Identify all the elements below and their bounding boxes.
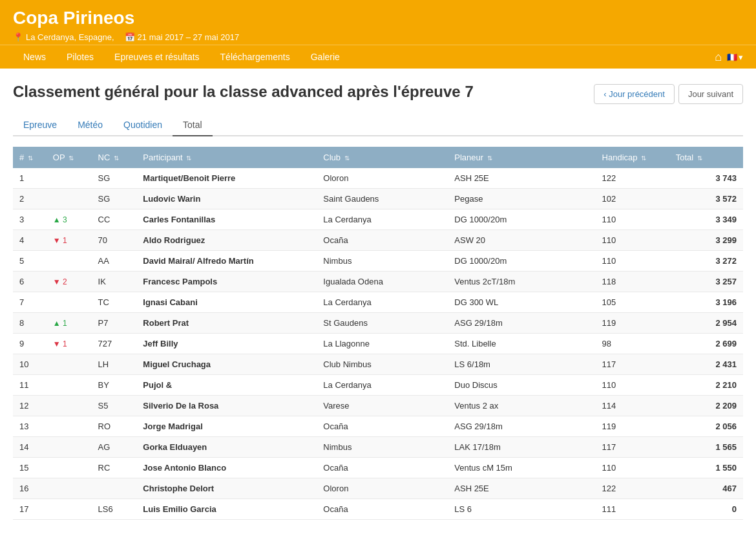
cell-nc: 727: [92, 334, 137, 354]
day-navigation: ‹ Jour précédent Jour suivant: [594, 84, 743, 104]
table-row: 9▼ 1727Jeff BillyLa LlagonneStd. Libelle…: [13, 334, 743, 354]
cell-handicap: 119: [596, 416, 669, 437]
cell-nc: IK: [92, 272, 137, 292]
nav-left: News Pilotes Epreuves et résultats Téléc…: [13, 45, 350, 69]
up-arrow-icon: ▲ 3: [53, 215, 67, 224]
nav-item-news[interactable]: News: [13, 45, 56, 69]
cell-club: St Gaudens: [317, 313, 448, 334]
cell-handicap: 98: [596, 334, 669, 354]
table-row: 16Christophe DelortOloronASH 25E122467: [13, 478, 743, 499]
cell-rank: 14: [13, 437, 47, 458]
cell-total: 2 209: [669, 396, 743, 416]
cell-total: 3 743: [669, 168, 743, 189]
col-header-participant[interactable]: Participant ⇅: [136, 147, 317, 168]
nav-item-epreuves[interactable]: Epreuves et résultats: [104, 45, 210, 69]
cell-participant: Martiquet/Benoit Pierre: [136, 168, 317, 189]
cell-op: ▼ 1: [47, 334, 92, 354]
page-title: Classement général pour la classe advanc…: [13, 81, 594, 102]
tab-epreuve[interactable]: Epreuve: [13, 114, 67, 136]
cell-participant: Aldo Rodriguez: [136, 230, 317, 251]
cell-participant: Jeff Billy: [136, 334, 317, 354]
cell-handicap: 119: [596, 313, 669, 334]
cell-nc: CC: [92, 209, 137, 230]
table-row: 14AGGorka ElduayenNimbusLAK 17/18m1171 5…: [13, 437, 743, 458]
main-content: Classement général pour la classe advanc…: [0, 69, 756, 533]
cell-club: Saint Gaudens: [317, 189, 448, 209]
nav-item-galerie[interactable]: Galerie: [300, 45, 350, 69]
tab-quotidien[interactable]: Quotidien: [113, 114, 173, 136]
cell-op: ▲ 3: [47, 209, 92, 230]
cell-total: 467: [669, 478, 743, 499]
cell-op: [47, 499, 92, 520]
cell-planeur: ASG 29/18m: [448, 416, 595, 437]
cell-planeur: LS 6: [448, 499, 595, 520]
cell-club: Varese: [317, 396, 448, 416]
cell-participant: Robert Prat: [136, 313, 317, 334]
cell-total: 2 699: [669, 334, 743, 354]
cell-total: 2 431: [669, 354, 743, 375]
cell-participant: Miguel Cruchaga: [136, 354, 317, 375]
cell-rank: 3: [13, 209, 47, 230]
down-arrow-icon: ▼ 1: [53, 339, 67, 348]
cell-participant: Francesc Pampols: [136, 272, 317, 292]
table-row: 10LHMiguel CruchagaClub NimbusLS 6/18m11…: [13, 354, 743, 375]
col-header-total[interactable]: Total ⇅: [669, 147, 743, 168]
nav-item-telechargements[interactable]: Téléchargements: [210, 45, 300, 69]
cell-nc: 70: [92, 230, 137, 251]
cell-club: La Cerdanya: [317, 375, 448, 396]
table-body: 1SGMartiquet/Benoit PierreOloronASH 25E1…: [13, 168, 743, 520]
table-row: 2SGLudovic WarinSaint GaudensPegase1023 …: [13, 189, 743, 209]
cell-club: Igualada Odena: [317, 272, 448, 292]
cell-planeur: LS 6/18m: [448, 354, 595, 375]
col-header-nc[interactable]: NC ⇅: [92, 147, 137, 168]
cell-total: 3 299: [669, 230, 743, 251]
nav-item-pilotes[interactable]: Pilotes: [56, 45, 104, 69]
col-header-op[interactable]: OP ⇅: [47, 147, 92, 168]
cell-op: ▲ 1: [47, 313, 92, 334]
cell-handicap: 105: [596, 292, 669, 313]
cell-club: La Cerdanya: [317, 292, 448, 313]
cell-total: 2 056: [669, 416, 743, 437]
location-meta: 📍 La Cerdanya, Espagne,: [13, 32, 114, 42]
col-header-handicap[interactable]: Handicap ⇅: [596, 147, 669, 168]
cell-planeur: Ventus 2 ax: [448, 396, 595, 416]
next-day-button[interactable]: Jour suivant: [678, 84, 743, 104]
cell-handicap: 122: [596, 478, 669, 499]
cell-participant: Ignasi Cabani: [136, 292, 317, 313]
cell-nc: SG: [92, 189, 137, 209]
cell-op: [47, 478, 92, 499]
cell-club: Nimbus: [317, 437, 448, 458]
language-selector[interactable]: 🇫🇷 ▾: [727, 52, 743, 62]
calendar-icon: 📅: [125, 32, 135, 42]
col-header-rank[interactable]: # ⇅: [13, 147, 47, 168]
cell-club: La Llagonne: [317, 334, 448, 354]
tab-meteo[interactable]: Météo: [67, 114, 113, 136]
home-icon[interactable]: ⌂: [715, 50, 722, 64]
site-title: Copa Pirineos: [13, 8, 743, 28]
results-table: # ⇅ OP ⇅ NC ⇅ Participant ⇅ Club ⇅ Plane…: [13, 147, 743, 520]
dates-text: 21 mai 2017 – 27 mai 2017: [138, 32, 240, 42]
cell-nc: AA: [92, 251, 137, 272]
cell-handicap: 110: [596, 209, 669, 230]
flag-icon: 🇫🇷: [727, 52, 737, 62]
tab-total[interactable]: Total: [173, 114, 213, 136]
cell-participant: Ludovic Warin: [136, 189, 317, 209]
col-header-planeur[interactable]: Planeur ⇅: [448, 147, 595, 168]
prev-day-button[interactable]: ‹ Jour précédent: [594, 84, 675, 104]
col-header-club[interactable]: Club ⇅: [317, 147, 448, 168]
cell-club: La Cerdanya: [317, 209, 448, 230]
cell-planeur: DG 300 WL: [448, 292, 595, 313]
cell-nc: LH: [92, 354, 137, 375]
cell-nc: P7: [92, 313, 137, 334]
table-header: # ⇅ OP ⇅ NC ⇅ Participant ⇅ Club ⇅ Plane…: [13, 147, 743, 168]
table-row: 13ROJorge MadrigalOcañaASG 29/18m1192 05…: [13, 416, 743, 437]
cell-rank: 13: [13, 416, 47, 437]
cell-op: [47, 168, 92, 189]
cell-total: 1 565: [669, 437, 743, 458]
cell-club: Oloron: [317, 168, 448, 189]
cell-op: [47, 251, 92, 272]
cell-nc: LS6: [92, 499, 137, 520]
up-arrow-icon: ▲ 1: [53, 319, 67, 328]
cell-planeur: ASH 25E: [448, 168, 595, 189]
cell-rank: 2: [13, 189, 47, 209]
